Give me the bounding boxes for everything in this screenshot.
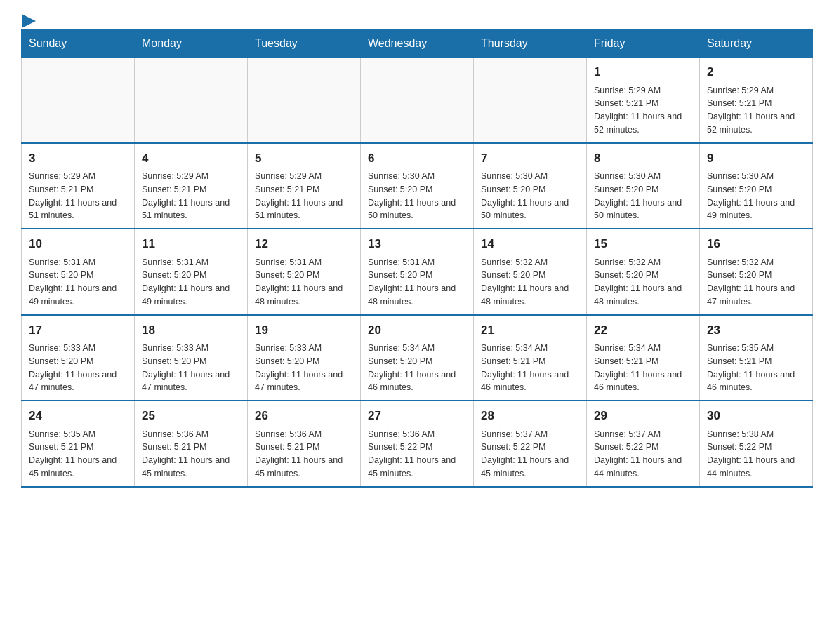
day-number: 29	[594, 407, 692, 425]
day-number: 1	[594, 63, 692, 81]
day-info: Sunrise: 5:30 AMSunset: 5:20 PMDaylight:…	[594, 170, 692, 222]
day-number: 8	[594, 149, 692, 168]
day-info: Sunrise: 5:29 AMSunset: 5:21 PMDaylight:…	[255, 170, 353, 222]
day-number: 9	[707, 149, 805, 168]
calendar-cell: 4Sunrise: 5:29 AMSunset: 5:21 PMDaylight…	[135, 143, 248, 229]
day-number: 16	[707, 235, 805, 253]
day-info: Sunrise: 5:29 AMSunset: 5:21 PMDaylight:…	[594, 84, 692, 137]
calendar-week-row: 24Sunrise: 5:35 AMSunset: 5:21 PMDayligh…	[22, 401, 813, 487]
calendar-cell: 18Sunrise: 5:33 AMSunset: 5:20 PMDayligh…	[135, 315, 248, 401]
calendar-week-row: 10Sunrise: 5:31 AMSunset: 5:20 PMDayligh…	[22, 229, 813, 315]
day-info: Sunrise: 5:31 AMSunset: 5:20 PMDaylight:…	[29, 256, 127, 309]
calendar-table: SundayMondayTuesdayWednesdayThursdayFrid…	[21, 29, 813, 488]
day-info: Sunrise: 5:29 AMSunset: 5:21 PMDaylight:…	[707, 84, 805, 137]
weekday-header-thursday: Thursday	[474, 30, 587, 58]
calendar-cell: 3Sunrise: 5:29 AMSunset: 5:21 PMDaylight…	[22, 143, 135, 229]
calendar-cell	[22, 58, 135, 143]
calendar-cell: 1Sunrise: 5:29 AMSunset: 5:21 PMDaylight…	[587, 58, 700, 143]
calendar-cell: 7Sunrise: 5:30 AMSunset: 5:20 PMDaylight…	[474, 143, 587, 229]
day-info: Sunrise: 5:29 AMSunset: 5:21 PMDaylight:…	[29, 170, 127, 222]
day-info: Sunrise: 5:30 AMSunset: 5:20 PMDaylight:…	[707, 170, 805, 222]
weekday-header-sunday: Sunday	[22, 30, 135, 58]
day-number: 26	[255, 407, 353, 425]
calendar-week-row: 1Sunrise: 5:29 AMSunset: 5:21 PMDaylight…	[22, 58, 813, 143]
day-number: 6	[368, 149, 466, 168]
day-number: 23	[707, 321, 805, 340]
calendar-cell: 26Sunrise: 5:36 AMSunset: 5:21 PMDayligh…	[248, 401, 361, 487]
calendar-week-row: 3Sunrise: 5:29 AMSunset: 5:21 PMDaylight…	[22, 143, 813, 229]
day-info: Sunrise: 5:36 AMSunset: 5:22 PMDaylight:…	[368, 428, 466, 481]
day-number: 3	[29, 149, 127, 168]
calendar-cell	[248, 58, 361, 143]
day-number: 18	[142, 321, 240, 340]
day-info: Sunrise: 5:30 AMSunset: 5:20 PMDaylight:…	[368, 170, 466, 222]
calendar-cell: 13Sunrise: 5:31 AMSunset: 5:20 PMDayligh…	[361, 229, 474, 315]
day-info: Sunrise: 5:31 AMSunset: 5:20 PMDaylight:…	[368, 256, 466, 309]
logo-block	[21, 14, 36, 21]
calendar-cell: 11Sunrise: 5:31 AMSunset: 5:20 PMDayligh…	[135, 229, 248, 315]
day-number: 12	[255, 235, 353, 253]
day-info: Sunrise: 5:33 AMSunset: 5:20 PMDaylight:…	[29, 342, 127, 394]
day-info: Sunrise: 5:36 AMSunset: 5:21 PMDaylight:…	[255, 428, 353, 481]
day-info: Sunrise: 5:34 AMSunset: 5:21 PMDaylight:…	[594, 342, 692, 394]
day-number: 4	[142, 149, 240, 168]
calendar-cell: 22Sunrise: 5:34 AMSunset: 5:21 PMDayligh…	[587, 315, 700, 401]
day-info: Sunrise: 5:32 AMSunset: 5:20 PMDaylight:…	[594, 256, 692, 309]
calendar-cell	[135, 58, 248, 143]
calendar-cell: 6Sunrise: 5:30 AMSunset: 5:20 PMDaylight…	[361, 143, 474, 229]
day-number: 20	[368, 321, 466, 340]
day-number: 11	[142, 235, 240, 253]
day-info: Sunrise: 5:33 AMSunset: 5:20 PMDaylight:…	[142, 342, 240, 394]
day-number: 17	[29, 321, 127, 340]
day-number: 15	[594, 235, 692, 253]
calendar-cell: 17Sunrise: 5:33 AMSunset: 5:20 PMDayligh…	[22, 315, 135, 401]
day-info: Sunrise: 5:30 AMSunset: 5:20 PMDaylight:…	[481, 170, 579, 222]
day-number: 2	[707, 63, 805, 81]
day-number: 27	[368, 407, 466, 425]
day-info: Sunrise: 5:32 AMSunset: 5:20 PMDaylight:…	[707, 256, 805, 309]
calendar-week-row: 17Sunrise: 5:33 AMSunset: 5:20 PMDayligh…	[22, 315, 813, 401]
calendar-cell: 28Sunrise: 5:37 AMSunset: 5:22 PMDayligh…	[474, 401, 587, 487]
day-info: Sunrise: 5:31 AMSunset: 5:20 PMDaylight:…	[255, 256, 353, 309]
day-number: 21	[481, 321, 579, 340]
day-number: 25	[142, 407, 240, 425]
day-info: Sunrise: 5:32 AMSunset: 5:20 PMDaylight:…	[481, 256, 579, 309]
day-info: Sunrise: 5:33 AMSunset: 5:20 PMDaylight:…	[255, 342, 353, 394]
calendar-cell: 16Sunrise: 5:32 AMSunset: 5:20 PMDayligh…	[700, 229, 813, 315]
calendar-cell: 8Sunrise: 5:30 AMSunset: 5:20 PMDaylight…	[587, 143, 700, 229]
calendar-cell: 2Sunrise: 5:29 AMSunset: 5:21 PMDaylight…	[700, 58, 813, 143]
calendar-cell: 30Sunrise: 5:38 AMSunset: 5:22 PMDayligh…	[700, 401, 813, 487]
calendar-cell	[474, 58, 587, 143]
day-info: Sunrise: 5:35 AMSunset: 5:21 PMDaylight:…	[29, 428, 127, 481]
calendar-cell: 14Sunrise: 5:32 AMSunset: 5:20 PMDayligh…	[474, 229, 587, 315]
weekday-header-wednesday: Wednesday	[361, 30, 474, 58]
weekday-header-friday: Friday	[587, 30, 700, 58]
day-info: Sunrise: 5:37 AMSunset: 5:22 PMDaylight:…	[594, 428, 692, 481]
logo-triangle-icon	[22, 14, 36, 28]
day-number: 28	[481, 407, 579, 425]
day-number: 10	[29, 235, 127, 253]
calendar-cell: 25Sunrise: 5:36 AMSunset: 5:21 PMDayligh…	[135, 401, 248, 487]
weekday-header-row: SundayMondayTuesdayWednesdayThursdayFrid…	[22, 30, 813, 58]
day-info: Sunrise: 5:38 AMSunset: 5:22 PMDaylight:…	[707, 428, 805, 481]
day-number: 5	[255, 149, 353, 168]
calendar-cell: 24Sunrise: 5:35 AMSunset: 5:21 PMDayligh…	[22, 401, 135, 487]
day-info: Sunrise: 5:37 AMSunset: 5:22 PMDaylight:…	[481, 428, 579, 481]
calendar-cell: 10Sunrise: 5:31 AMSunset: 5:20 PMDayligh…	[22, 229, 135, 315]
calendar-cell: 20Sunrise: 5:34 AMSunset: 5:20 PMDayligh…	[361, 315, 474, 401]
calendar-cell: 29Sunrise: 5:37 AMSunset: 5:22 PMDayligh…	[587, 401, 700, 487]
calendar-cell: 23Sunrise: 5:35 AMSunset: 5:21 PMDayligh…	[700, 315, 813, 401]
calendar-cell: 21Sunrise: 5:34 AMSunset: 5:21 PMDayligh…	[474, 315, 587, 401]
day-number: 24	[29, 407, 127, 425]
day-number: 14	[481, 235, 579, 253]
svg-marker-1	[22, 14, 36, 28]
day-info: Sunrise: 5:29 AMSunset: 5:21 PMDaylight:…	[142, 170, 240, 222]
day-info: Sunrise: 5:34 AMSunset: 5:20 PMDaylight:…	[368, 342, 466, 394]
weekday-header-tuesday: Tuesday	[248, 30, 361, 58]
day-number: 7	[481, 149, 579, 168]
day-info: Sunrise: 5:36 AMSunset: 5:21 PMDaylight:…	[142, 428, 240, 481]
calendar-cell: 12Sunrise: 5:31 AMSunset: 5:20 PMDayligh…	[248, 229, 361, 315]
calendar-cell	[361, 58, 474, 143]
day-number: 13	[368, 235, 466, 253]
calendar-cell: 19Sunrise: 5:33 AMSunset: 5:20 PMDayligh…	[248, 315, 361, 401]
